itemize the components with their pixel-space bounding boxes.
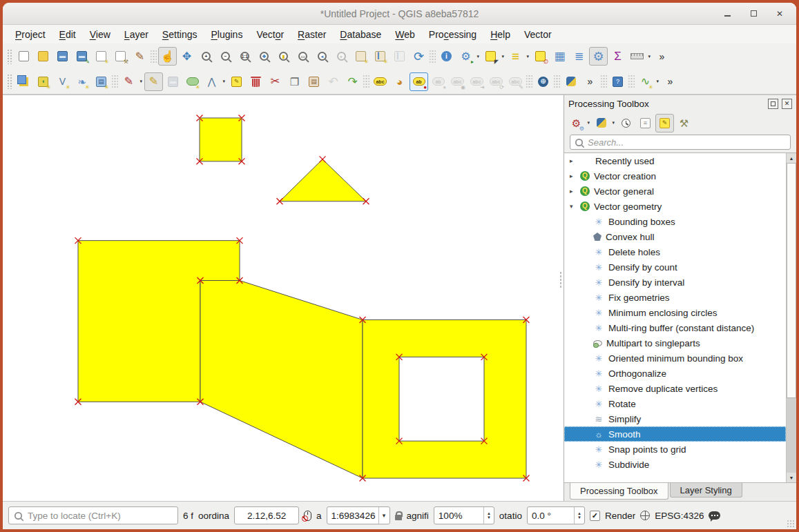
toolbox-scripts-button[interactable]: ▾ (592, 114, 616, 132)
redo-button[interactable]: ↷ (343, 72, 362, 91)
dropdown-arrow-icon[interactable]: ▾ (526, 48, 529, 65)
new-spatial-bookmark-button[interactable]: ✳ (352, 47, 370, 66)
menu-layer[interactable]: Layer (117, 27, 155, 42)
zoom-to-layer-button[interactable]: ▭ (293, 47, 312, 66)
locate-input[interactable]: Type to locate (Ctrl+K) (8, 506, 178, 524)
new-virtual-layer-button[interactable]: ▤✳ (92, 72, 110, 91)
titlebar[interactable]: *Untitled Project - QGIS a8eba57812 ✕ (3, 3, 796, 25)
pin-unpin-labels-button[interactable]: ab● (410, 72, 428, 91)
tree-item-simplify[interactable]: ≋Simplify (564, 411, 786, 426)
lock-scale-icon[interactable] (395, 515, 402, 520)
advanced-digitizing-button[interactable]: ⋀▾ (202, 72, 227, 91)
tree-item-vector-creation[interactable]: ▸QVector creation (564, 168, 786, 184)
rotation-spinbox[interactable]: 0.0 ° ▲▼ (527, 506, 585, 524)
show-statistics-button[interactable]: Σ (608, 47, 627, 66)
dropdown-arrow-icon[interactable]: ▾ (222, 73, 225, 90)
zoom-full-button[interactable]: ✥ (255, 47, 273, 66)
menu-vector[interactable]: Vector (517, 27, 559, 42)
dropdown-arrow-icon[interactable]: ▾ (648, 48, 651, 65)
scale-combobox[interactable]: 1:6983426 ▾ (327, 506, 390, 524)
tree-item-orthogonalize[interactable]: ✳Orthogonalize (564, 366, 786, 381)
menu-raster[interactable]: Raster (291, 27, 333, 42)
expander-collapsed-icon[interactable]: ▸ (570, 157, 580, 164)
python-console-button[interactable] (561, 72, 580, 91)
dropdown-arrow-icon[interactable]: ▾ (656, 73, 659, 90)
layer-labeling-options-button[interactable]: abc (371, 72, 389, 91)
tree-item-delete-holes[interactable]: ✳Delete holes (564, 244, 786, 259)
new-project-button[interactable] (15, 47, 33, 66)
copy-features-button[interactable]: ❐ (285, 72, 304, 91)
menu-database[interactable]: Database (333, 27, 388, 42)
dropdown-arrow-icon[interactable]: ▾ (501, 48, 504, 65)
layer-diagram-options-button[interactable]: ◕ (390, 72, 409, 91)
scroll-up-icon[interactable]: ▲ (787, 153, 796, 163)
new-print-layout-button[interactable]: ✳ (92, 47, 110, 66)
tree-item-vector-geometry[interactable]: ▾QVector geometry (564, 199, 786, 214)
feature-parallelogram[interactable] (200, 281, 363, 479)
zoom-out-button[interactable]: − (216, 47, 235, 66)
tree-item-subdivide[interactable]: ✳Subdivide (564, 457, 786, 472)
tab-processing-toolbox[interactable]: Processing Toolbox (570, 483, 668, 500)
spinner-arrows-icon[interactable]: ▲▼ (483, 507, 494, 524)
show-layout-manager-button[interactable]: ⚒ (111, 47, 130, 66)
pan-to-selection-button[interactable]: ✥ (177, 47, 196, 66)
zoom-to-selection-button[interactable]: ▮ (274, 47, 293, 66)
show-spatial-bookmarks-button[interactable]: ▎✳ (371, 47, 389, 66)
crs-button[interactable]: EPSG:4326 (655, 511, 704, 521)
splitter-handle[interactable] (559, 271, 563, 289)
digitize-with-curve-button[interactable]: ∿✳▾ (636, 72, 660, 91)
expander-collapsed-icon[interactable]: ▸ (570, 188, 580, 195)
plugins-extension-button[interactable]: » (581, 72, 599, 91)
tree-item-minimum-enclosing-circles[interactable]: ✳Minimum enclosing circles (564, 305, 786, 320)
digitize-polygon-button[interactable]: ✳ (183, 72, 202, 91)
tab-layer-styling[interactable]: Layer Styling (670, 483, 742, 497)
toggle-editing-button[interactable]: ✎ (144, 72, 163, 91)
dropdown-arrow-icon[interactable]: ▾ (587, 115, 590, 132)
modify-attributes-button[interactable]: ✎ (227, 72, 246, 91)
zoom-last-button[interactable]: ◂ (313, 47, 331, 66)
tree-item-fix-geometries[interactable]: ✳Fix geometries (564, 290, 786, 305)
menu-settings[interactable]: Settings (155, 27, 204, 42)
feature-rectangle-with-hole[interactable] (363, 319, 526, 478)
paste-features-button[interactable]: ▤ (305, 72, 323, 91)
shape-digitizing-extension-button[interactable]: » (661, 72, 680, 91)
tree-item-recently-used[interactable]: ▸Recently used (564, 153, 786, 168)
dropdown-arrow-icon[interactable]: ▾ (612, 115, 615, 132)
tree-item-remove-duplicate-vertices[interactable]: ✳Remove duplicate vertices (564, 381, 786, 396)
identify-features-button[interactable]: i (437, 47, 456, 66)
deselect-features-button[interactable]: ∅ (531, 47, 550, 66)
feature-small-square[interactable] (200, 118, 242, 161)
feature-triangle[interactable] (280, 159, 366, 201)
tree-item-convex-hull[interactable]: Convex hull (564, 229, 786, 244)
scroll-down-icon[interactable]: ▼ (787, 473, 796, 482)
pan-map-button[interactable]: ☝ (158, 47, 177, 66)
menu-project[interactable]: Project (8, 27, 52, 42)
processing-toolbox-toggle-button[interactable]: ⚙ (589, 47, 608, 66)
tree-item-snap-points-to-grid[interactable]: ✳Snap points to grid (564, 442, 786, 457)
tree-item-vector-general[interactable]: ▸QVector general (564, 184, 786, 199)
new-geopackage-layer-button[interactable]: ◖✳ (34, 72, 52, 91)
run-feature-action-button[interactable]: ⚙▸▾ (456, 47, 481, 66)
tree-item-smooth[interactable]: ☼Smooth (564, 426, 786, 442)
toolbar-extension-button[interactable]: » (653, 47, 671, 66)
zoom-in-button[interactable]: + (197, 47, 215, 66)
select-features-by-value-button[interactable]: ≡▾ (506, 47, 530, 66)
new-shapefile-layer-button[interactable]: V✳ (53, 72, 72, 91)
expander-expanded-icon[interactable]: ▾ (570, 203, 580, 210)
open-project-button[interactable] (34, 47, 52, 66)
cut-features-button[interactable]: ✂ (266, 72, 285, 91)
minimize-button[interactable] (722, 8, 733, 19)
tree-item-densify-by-interval[interactable]: ✳Densify by interval (564, 275, 786, 290)
toolbox-search-input[interactable]: Search... (570, 135, 791, 150)
zoom-native-button[interactable]: 1:1 (235, 47, 254, 66)
dropdown-arrow-icon[interactable]: ▾ (139, 73, 142, 90)
messages-icon[interactable] (709, 511, 720, 520)
panel-close-button[interactable]: ✕ (782, 99, 792, 109)
panel-float-button[interactable] (768, 99, 778, 109)
coordinate-input[interactable]: 2.12,6.52 (234, 506, 299, 524)
dropdown-arrow-icon[interactable]: ▾ (476, 48, 479, 65)
scrollbar-track[interactable] (787, 163, 796, 473)
maximize-button[interactable] (748, 8, 759, 19)
save-project-as-button[interactable]: ▬✎ (73, 47, 91, 66)
style-manager-button[interactable]: ✎ (131, 47, 149, 66)
